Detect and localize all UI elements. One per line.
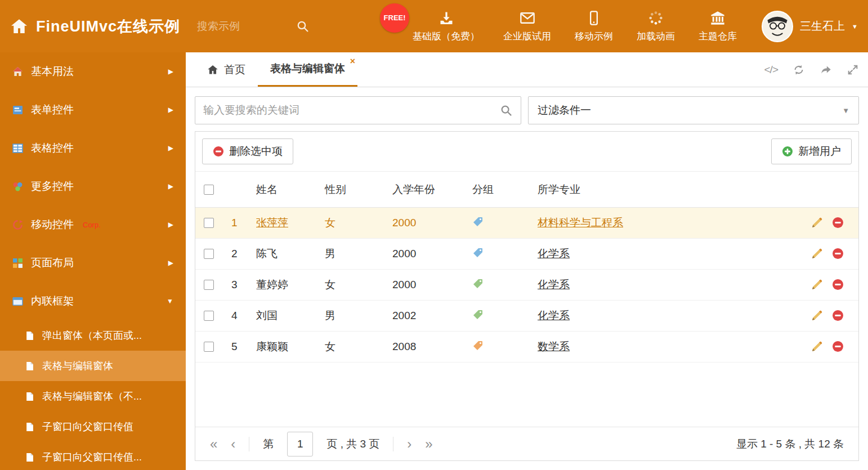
keyword-search-input[interactable]: [203, 104, 500, 117]
source-code-icon[interactable]: </>: [764, 64, 778, 76]
table-row[interactable]: 5 康颖颖 女 2008 数学系: [195, 332, 858, 362]
nav-item-label: 主题仓库: [699, 30, 737, 43]
nav-item-basic-free[interactable]: FREE! 基础版（免费）: [413, 10, 480, 43]
tab-grid-edit-window[interactable]: 表格与编辑窗体 ×: [258, 52, 357, 87]
sidebar-item-basic-usage[interactable]: 基本用法 ▶: [0, 52, 186, 91]
edit-icon[interactable]: [811, 279, 823, 291]
prev-page-icon[interactable]: ‹: [231, 437, 235, 451]
add-user-button[interactable]: 新增用户: [771, 138, 852, 164]
sidebar-item-form-controls[interactable]: 表单控件 ▶: [0, 91, 186, 129]
nav-item-loading-animation[interactable]: 加载动画: [637, 10, 675, 43]
sidebar-subitem-label: 子窗口向父窗口传值: [42, 420, 133, 433]
sidebar: 基本用法 ▶ 表单控件 ▶ 表格控件 ▶ 更多控件 ▶ 移动控件: [0, 52, 186, 470]
nav-item-theme-repo[interactable]: 主题仓库: [699, 10, 737, 43]
sidebar-item-label: 表格控件: [31, 141, 74, 155]
delete-icon[interactable]: [832, 248, 844, 260]
row-number: 5: [222, 341, 247, 353]
sidebar-subitem-popup-window[interactable]: 弹出窗体（本页面或...: [0, 320, 186, 351]
edit-icon[interactable]: [811, 248, 823, 260]
row-checkbox[interactable]: [204, 249, 214, 259]
home-tab-icon: [207, 64, 218, 75]
sidebar-subitem-grid-edit-window-2[interactable]: 表格与编辑窗体（不...: [0, 381, 186, 411]
row-checkbox[interactable]: [204, 311, 214, 321]
delete-icon[interactable]: [832, 279, 844, 291]
page-label-pre: 第: [263, 437, 274, 451]
table-icon: [12, 143, 23, 154]
table-row[interactable]: 2 陈飞 男 2000 化学系: [195, 239, 858, 270]
cell-year: 2000: [383, 248, 463, 260]
sidebar-item-label: 表单控件: [31, 102, 74, 117]
shapes-icon: [12, 181, 23, 192]
delete-icon[interactable]: [832, 217, 844, 229]
file-icon: [25, 453, 34, 462]
sidebar-item-mobile-controls[interactable]: 移动控件 Corp. ▶: [0, 205, 186, 244]
edit-icon[interactable]: [811, 310, 823, 322]
page-number-input[interactable]: [287, 432, 313, 456]
brand: FineUIMvc在线示例: [10, 16, 180, 37]
table-row[interactable]: 3 董婷婷 女 2000 化学系: [195, 270, 858, 301]
cell-name: 陈飞: [247, 247, 316, 261]
nav-item-label: 基础版（免费）: [413, 30, 480, 43]
sidebar-subitem-child-to-parent[interactable]: 子窗口向父窗口传值: [0, 411, 186, 442]
table-header: 姓名 性别 入学年份 分组 所学专业: [195, 172, 858, 208]
refresh-icon[interactable]: [793, 64, 805, 76]
first-page-icon[interactable]: «: [210, 437, 217, 451]
major-link[interactable]: 化学系: [538, 279, 570, 290]
sidebar-subitem-child-to-parent-2[interactable]: 子窗口向父窗口传值...: [0, 442, 186, 470]
user-menu[interactable]: 三生石上 ▼: [762, 11, 858, 42]
sidebar-item-inline-frame[interactable]: 内联框架 ▼: [0, 282, 186, 320]
header-search-input[interactable]: [197, 20, 281, 33]
sidebar-subitem-grid-edit-window[interactable]: 表格与编辑窗体: [0, 351, 186, 381]
cell-gender: 女: [316, 277, 383, 292]
table-row[interactable]: 4 刘国 男 2002 化学系: [195, 301, 858, 332]
column-header-group: 分组: [463, 182, 529, 197]
edit-icon[interactable]: [811, 217, 823, 229]
next-page-icon[interactable]: ›: [407, 437, 411, 451]
sidebar-item-page-layout[interactable]: 页面布局 ▶: [0, 244, 186, 282]
expand-icon[interactable]: [847, 64, 859, 76]
nav-item-label: 加载动画: [637, 30, 675, 43]
close-icon[interactable]: ×: [350, 56, 355, 66]
sidebar-item-grid-controls[interactable]: 表格控件 ▶: [0, 129, 186, 167]
cell-year: 2000: [383, 217, 463, 229]
delete-selected-button[interactable]: 删除选中项: [202, 138, 293, 164]
major-link[interactable]: 化学系: [538, 248, 570, 259]
delete-icon[interactable]: [832, 310, 844, 322]
search-icon[interactable]: [500, 104, 513, 117]
filter-dropdown[interactable]: 过滤条件一 ▼: [528, 96, 859, 124]
table-row[interactable]: 1 张萍萍 女 2000 材料科学与工程系: [195, 208, 858, 239]
home-icon: [10, 17, 28, 35]
row-checkbox[interactable]: [204, 342, 214, 352]
file-icon: [25, 361, 34, 371]
tag-icon: [472, 278, 484, 289]
cell-gender: 男: [316, 247, 383, 261]
sidebar-item-label: 移动控件: [31, 217, 74, 232]
chevron-right-icon: ▶: [168, 106, 173, 114]
share-icon[interactable]: [820, 64, 832, 76]
tab-home[interactable]: 首页: [195, 52, 258, 87]
delete-icon[interactable]: [832, 341, 844, 353]
caret-down-icon: ▼: [852, 23, 858, 30]
row-checkbox[interactable]: [204, 218, 214, 228]
tag-icon: [472, 247, 484, 258]
major-link[interactable]: 化学系: [538, 310, 570, 321]
cell-year: 2000: [383, 279, 463, 291]
search-icon[interactable]: [296, 20, 310, 33]
header-search: [197, 20, 310, 33]
mobile-icon: [586, 10, 602, 26]
sidebar-item-more-controls[interactable]: 更多控件 ▶: [0, 167, 186, 205]
major-link[interactable]: 数学系: [538, 341, 570, 352]
major-link[interactable]: 材料科学与工程系: [538, 217, 623, 229]
sidebar-subitem-label: 表格与编辑窗体（不...: [42, 390, 142, 403]
nav-item-label: 企业版试用: [503, 30, 551, 43]
last-page-icon[interactable]: »: [425, 437, 432, 451]
edit-icon[interactable]: [811, 341, 823, 353]
nav-item-enterprise-trial[interactable]: 企业版试用: [503, 10, 551, 43]
select-all-checkbox[interactable]: [204, 185, 214, 195]
row-checkbox[interactable]: [204, 280, 214, 290]
nav-item-mobile-demo[interactable]: 移动示例: [575, 10, 613, 43]
cell-name: 康颖颖: [247, 339, 316, 354]
bank-icon: [710, 10, 726, 26]
tab-label: 表格与编辑窗体: [270, 61, 345, 76]
column-header-name: 姓名: [247, 182, 316, 197]
